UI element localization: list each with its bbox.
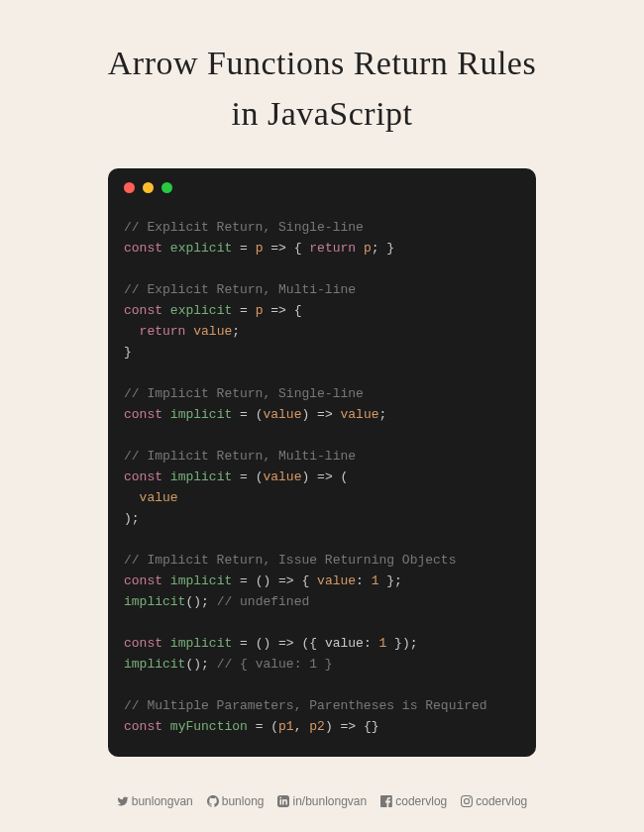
social-links: bunlongvan bunlong in/bunlongvan codervl… [117, 794, 528, 808]
twitter-icon [117, 795, 129, 807]
maximize-icon [161, 182, 172, 193]
close-icon [124, 182, 135, 193]
instagram-icon [461, 795, 473, 807]
github-handle: bunlong [222, 794, 265, 808]
window-controls [108, 168, 536, 193]
instagram-link[interactable]: codervlog [461, 794, 527, 808]
linkedin-link[interactable]: in/bunlongvan [277, 794, 367, 808]
facebook-icon [380, 795, 392, 807]
twitter-handle: bunlongvan [132, 794, 193, 808]
linkedin-handle: in/bunlongvan [292, 794, 367, 808]
facebook-link[interactable]: codervlog [380, 794, 447, 808]
github-link[interactable]: bunlong [207, 794, 265, 808]
linkedin-icon [277, 795, 289, 807]
twitter-link[interactable]: bunlongvan [117, 794, 193, 808]
title-line-1: Arrow Functions Return Rules [108, 45, 536, 81]
minimize-icon [143, 182, 154, 193]
code-block: // Explicit Return, Single-line const ex… [108, 193, 536, 737]
instagram-handle: codervlog [476, 794, 527, 808]
title-line-2: in JavaScript [231, 95, 412, 132]
facebook-handle: codervlog [395, 794, 447, 808]
code-window: // Explicit Return, Single-line const ex… [108, 168, 536, 757]
github-icon [207, 795, 219, 807]
page-title: Arrow Functions Return Rules in JavaScri… [108, 38, 536, 139]
